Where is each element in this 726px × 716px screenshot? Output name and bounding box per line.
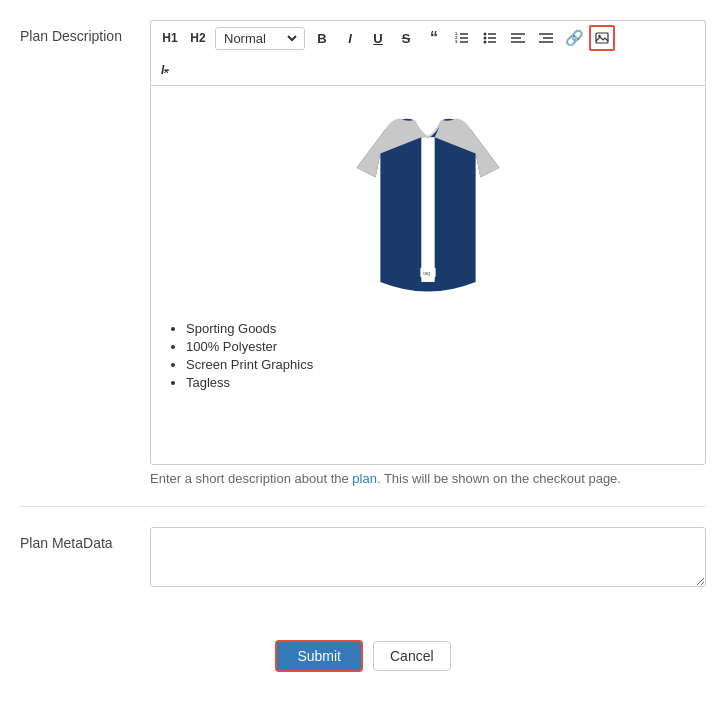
format-select-wrap[interactable]: Normal Heading 1 Heading 2 Heading 3 (215, 27, 305, 50)
rich-text-editor: H1 H2 Normal Heading 1 Heading 2 Heading… (150, 20, 706, 486)
underline-button[interactable]: U (365, 25, 391, 51)
plan-metadata-row: Plan MetaData (20, 527, 706, 610)
plan-metadata-label: Plan MetaData (20, 527, 150, 551)
align-right-button[interactable] (533, 25, 559, 51)
unordered-list-button[interactable] (477, 25, 503, 51)
svg-text:tag: tag (423, 271, 430, 276)
format-select[interactable]: Normal Heading 1 Heading 2 Heading 3 (220, 30, 300, 47)
jersey-image: tag (328, 101, 528, 301)
image-button[interactable] (589, 25, 615, 51)
align-left-button[interactable] (505, 25, 531, 51)
list-item: Sporting Goods (186, 321, 313, 336)
list-item: Screen Print Graphics (186, 357, 313, 372)
italic-button[interactable]: I (337, 25, 363, 51)
metadata-field-wrap (150, 527, 706, 590)
svg-point-9 (484, 33, 487, 36)
svg-rect-20 (421, 137, 434, 282)
link-button[interactable]: 🔗 (561, 25, 587, 51)
list-item: Tagless (186, 375, 313, 390)
metadata-textarea[interactable] (150, 527, 706, 587)
editor-content[interactable]: tag Sporting Goods 100% Polyester Screen… (150, 85, 706, 465)
product-list: Sporting Goods 100% Polyester Screen Pri… (166, 321, 313, 393)
svg-point-11 (484, 41, 487, 44)
submit-row: Submit Cancel (20, 630, 706, 672)
cancel-button[interactable]: Cancel (373, 641, 451, 671)
toolbar-row2: Ix (150, 55, 706, 85)
svg-text:3.: 3. (455, 39, 458, 44)
svg-rect-18 (596, 33, 608, 43)
clear-format-button[interactable]: Ix (157, 57, 173, 83)
helper-text: Enter a short description about the plan… (150, 471, 706, 486)
ordered-list-button[interactable]: 1. 2. 3. (449, 25, 475, 51)
jersey-image-container: tag (166, 101, 690, 301)
bold-button[interactable]: B (309, 25, 335, 51)
svg-point-10 (484, 37, 487, 40)
h2-button[interactable]: H2 (185, 25, 211, 51)
strikethrough-button[interactable]: S (393, 25, 419, 51)
h1-button[interactable]: H1 (157, 25, 183, 51)
list-item: 100% Polyester (186, 339, 313, 354)
toolbar-row1: H1 H2 Normal Heading 1 Heading 2 Heading… (150, 20, 706, 55)
quote-button[interactable]: “ (421, 25, 447, 51)
submit-button[interactable]: Submit (275, 640, 363, 672)
plan-description-label: Plan Description (20, 20, 150, 44)
plan-description-row: Plan Description H1 H2 Normal Heading 1 … (20, 20, 706, 507)
